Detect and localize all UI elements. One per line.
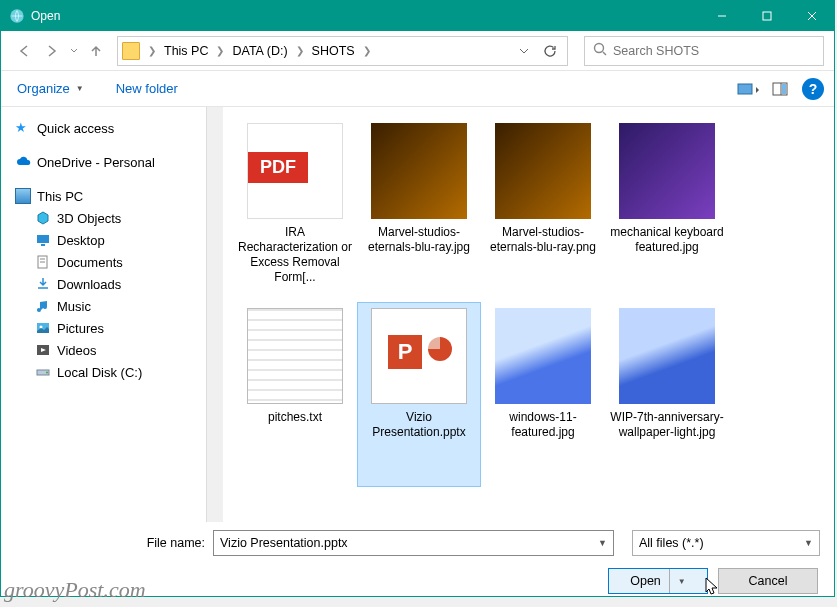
toolbar: Organize▼ New folder ? xyxy=(1,71,834,107)
cube-icon xyxy=(35,210,51,226)
folder-icon xyxy=(122,42,140,60)
new-folder-button[interactable]: New folder xyxy=(110,77,184,100)
svg-rect-11 xyxy=(37,235,49,243)
pictures-icon xyxy=(35,320,51,336)
breadcrumb-item[interactable]: This PC xyxy=(160,41,212,61)
file-name-label: pitches.txt xyxy=(268,410,322,425)
chevron-right-icon: ❯ xyxy=(359,45,375,56)
star-icon: ★ xyxy=(15,120,31,136)
search-icon xyxy=(593,42,607,60)
minimize-button[interactable] xyxy=(699,1,744,31)
tree-pictures[interactable]: Pictures xyxy=(15,317,223,339)
file-name-label: Marvel-studios-eternals-blu-ray.jpg xyxy=(361,225,477,255)
file-filter-dropdown[interactable]: All files (*.*)▼ xyxy=(632,530,820,556)
maximize-button[interactable] xyxy=(744,1,789,31)
refresh-button[interactable] xyxy=(537,38,563,64)
chevron-right-icon: ❯ xyxy=(292,45,308,56)
tree-this-pc[interactable]: This PC xyxy=(15,185,223,207)
open-file-dialog: Open ❯ This PC ❯ DATA (D:) ❯ SHOTS ❯ xyxy=(0,0,835,597)
file-name-label: Marvel-studios-eternals-blu-ray.png xyxy=(485,225,601,255)
svg-rect-2 xyxy=(763,12,771,20)
file-list-pane[interactable]: IRA Recharacterization or Excess Removal… xyxy=(223,107,834,522)
nav-back-button[interactable] xyxy=(11,38,37,64)
view-mode-button[interactable] xyxy=(732,77,764,101)
chevron-right-icon: ❯ xyxy=(212,45,228,56)
nav-forward-button[interactable] xyxy=(39,38,65,64)
svg-rect-10 xyxy=(782,84,786,94)
svg-point-5 xyxy=(595,43,604,52)
tree-documents[interactable]: Documents xyxy=(15,251,223,273)
chevron-down-icon: ▼ xyxy=(804,538,813,548)
dialog-body: ★Quick access OneDrive - Personal This P… xyxy=(1,107,834,522)
videos-icon xyxy=(35,342,51,358)
filename-input[interactable]: Vizio Presentation.pptx▼ xyxy=(213,530,614,556)
file-item[interactable]: Vizio Presentation.pptx xyxy=(357,302,481,487)
organize-menu[interactable]: Organize▼ xyxy=(11,77,90,100)
cancel-button[interactable]: Cancel xyxy=(718,568,818,594)
tree-music[interactable]: Music xyxy=(15,295,223,317)
tree-quick-access[interactable]: ★Quick access xyxy=(15,117,223,139)
file-item[interactable]: Marvel-studios-eternals-blu-ray.jpg xyxy=(357,117,481,302)
downloads-icon xyxy=(35,276,51,292)
help-button[interactable]: ? xyxy=(802,78,824,100)
app-icon xyxy=(9,8,25,24)
tree-downloads[interactable]: Downloads xyxy=(15,273,223,295)
file-item[interactable]: pitches.txt xyxy=(233,302,357,487)
svg-line-6 xyxy=(603,52,606,55)
breadcrumb-item[interactable]: SHOTS xyxy=(308,41,359,61)
close-button[interactable] xyxy=(789,1,834,31)
file-item[interactable]: windows-11-featured.jpg xyxy=(481,302,605,487)
breadcrumb-item[interactable]: DATA (D:) xyxy=(228,41,291,61)
file-name-label: IRA Recharacterization or Excess Removal… xyxy=(237,225,353,285)
file-item[interactable]: mechanical keyboard featured.jpg xyxy=(605,117,729,302)
file-thumbnail xyxy=(619,123,715,219)
address-bar[interactable]: ❯ This PC ❯ DATA (D:) ❯ SHOTS ❯ xyxy=(117,36,568,66)
open-button[interactable]: Open ▼ xyxy=(608,568,708,594)
svg-rect-12 xyxy=(41,244,45,246)
chevron-right-icon: ❯ xyxy=(144,45,160,56)
scrollbar-thumb[interactable] xyxy=(208,113,222,253)
drive-icon xyxy=(35,364,51,380)
file-thumbnail xyxy=(495,308,591,404)
file-name-label: windows-11-featured.jpg xyxy=(485,410,601,440)
file-name-label: mechanical keyboard featured.jpg xyxy=(609,225,725,255)
cursor-icon xyxy=(705,577,719,597)
file-thumbnail xyxy=(495,123,591,219)
nav-recent-dropdown[interactable] xyxy=(67,38,81,64)
file-thumbnail xyxy=(619,308,715,404)
file-thumbnail xyxy=(247,123,343,219)
dialog-footer: File name: Vizio Presentation.pptx▼ All … xyxy=(1,522,834,606)
tree-desktop[interactable]: Desktop xyxy=(15,229,223,251)
chevron-down-icon: ▼ xyxy=(76,84,84,93)
pc-icon xyxy=(15,188,31,204)
tree-3d-objects[interactable]: 3D Objects xyxy=(15,207,223,229)
file-thumbnail xyxy=(371,308,467,404)
titlebar: Open xyxy=(1,1,834,31)
cloud-icon xyxy=(15,154,31,170)
open-split-dropdown[interactable]: ▼ xyxy=(669,569,686,593)
search-box[interactable] xyxy=(584,36,824,66)
dialog-title: Open xyxy=(31,9,699,23)
preview-pane-button[interactable] xyxy=(764,77,796,101)
tree-onedrive[interactable]: OneDrive - Personal xyxy=(15,151,223,173)
desktop-icon xyxy=(35,232,51,248)
file-thumbnail xyxy=(371,123,467,219)
nav-row: ❯ This PC ❯ DATA (D:) ❯ SHOTS ❯ xyxy=(1,31,834,71)
filename-label: File name: xyxy=(15,536,205,550)
tree-local-disk-c[interactable]: Local Disk (C:) xyxy=(15,361,223,383)
file-item[interactable]: Marvel-studios-eternals-blu-ray.png xyxy=(481,117,605,302)
svg-rect-7 xyxy=(738,84,752,94)
documents-icon xyxy=(35,254,51,270)
svg-point-20 xyxy=(46,372,48,374)
file-name-label: Vizio Presentation.pptx xyxy=(361,410,477,440)
music-icon xyxy=(35,298,51,314)
file-item[interactable]: IRA Recharacterization or Excess Removal… xyxy=(233,117,357,302)
chevron-down-icon: ▼ xyxy=(598,538,607,548)
nav-up-button[interactable] xyxy=(83,38,109,64)
file-thumbnail xyxy=(247,308,343,404)
tree-videos[interactable]: Videos xyxy=(15,339,223,361)
file-item[interactable]: WIP-7th-anniversary-wallpaper-light.jpg xyxy=(605,302,729,487)
file-name-label: WIP-7th-anniversary-wallpaper-light.jpg xyxy=(609,410,725,440)
address-dropdown-button[interactable] xyxy=(513,42,535,60)
search-input[interactable] xyxy=(613,44,815,58)
